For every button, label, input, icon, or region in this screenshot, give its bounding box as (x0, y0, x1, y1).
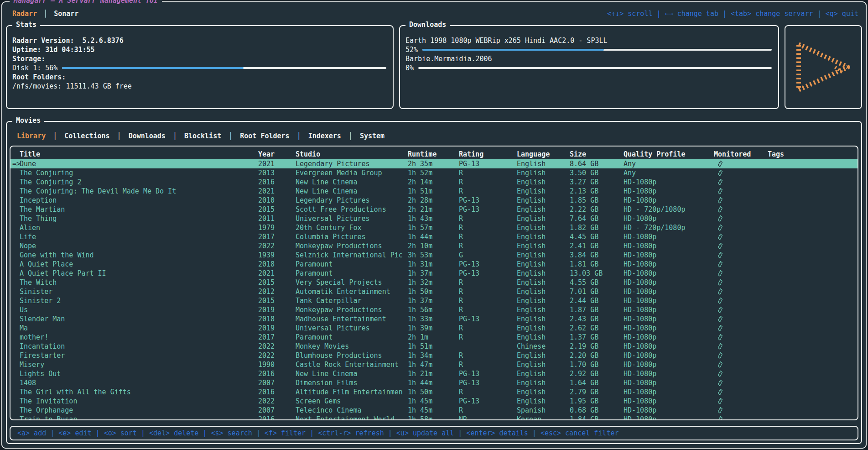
movie-title: Incantation (20, 342, 65, 351)
table-row[interactable]: Life 2017 Columbia Pictures 1h 44m R Eng… (10, 232, 858, 241)
movie-title: A Quiet Place (20, 260, 73, 268)
movie-quality-profile: HD - 720p/1080p (624, 223, 714, 232)
movie-year: 2016 (258, 415, 296, 420)
movie-year: 2019 (258, 305, 296, 314)
table-row[interactable]: The Girl with All the Gifts 2016 Altitud… (10, 387, 858, 397)
table-row[interactable]: Train to Busan 2016 Next Entertainment W… (10, 415, 858, 420)
movie-title: mother! (20, 333, 48, 341)
movie-tags (768, 269, 858, 278)
movie-size: 1.85 GB (570, 196, 624, 205)
app-window: Managarr – A Servarr management TUI Rada… (1, 1, 867, 449)
tab-library[interactable]: Library (15, 132, 47, 140)
table-row[interactable]: Misery 1990 Castle Rock Entertainment 1h… (10, 360, 858, 369)
table-row[interactable]: Gone with the Wind 1939 Selznick Interna… (10, 251, 858, 260)
movie-runtime: 2h 1m (408, 333, 459, 342)
table-row[interactable]: The Conjuring 2 2016 New Line Cinema 2h … (10, 178, 858, 187)
tab-radarr[interactable]: Radarr (10, 10, 40, 18)
movie-year: 2021 (258, 187, 296, 196)
tab-separator: │ (43, 10, 47, 18)
movie-tags (768, 305, 858, 314)
download-item-progress-line: 0% (405, 63, 773, 73)
tab-collections[interactable]: Collections (62, 132, 111, 140)
table-row[interactable]: Firestarter 2022 Blumhouse Productions 1… (10, 351, 858, 360)
monitored-cell (714, 342, 768, 351)
tab-separator: │ (173, 132, 177, 140)
monitored-cell (714, 324, 768, 333)
movie-rating (459, 342, 517, 351)
tag-icon (717, 352, 723, 359)
table-row[interactable]: The Orphanage 2007 Telecinco Cinema 1h 4… (10, 406, 858, 415)
tag-icon (717, 261, 723, 268)
movie-quality-profile: HD-1080p (624, 397, 714, 406)
movie-language: English (517, 305, 570, 314)
table-row[interactable]: The Martian 2015 Scott Free Productions … (10, 205, 858, 214)
tab-sonarr[interactable]: Sonarr (51, 10, 81, 18)
movie-size: 2.41 GB (570, 241, 624, 251)
movie-tags (768, 287, 858, 296)
movie-runtime: 1h 51m (408, 187, 459, 196)
movie-rating: R (459, 287, 517, 296)
movie-year: 2018 (258, 314, 296, 324)
movie-rating: R (459, 187, 517, 196)
table-row[interactable]: Nope 2022 Monkeypaw Productions 2h 10m R… (10, 241, 858, 251)
table-row[interactable]: Ma 2019 Universal Pictures 1h 39m R Engl… (10, 324, 858, 333)
movie-size: 2.92 GB (570, 369, 624, 378)
tag-icon (717, 224, 723, 231)
monitored-cell (714, 214, 768, 223)
movie-year: 2015 (258, 296, 296, 305)
stats-panel: Stats Radarr Version: 5.2.6.8376 Uptime:… (6, 25, 394, 109)
top-panels-row: Stats Radarr Version: 5.2.6.8376 Uptime:… (6, 25, 862, 109)
movie-runtime: 1h 50m (408, 287, 459, 296)
table-row[interactable]: =>Dune 2021 Legendary Pictures 2h 35m PG… (10, 159, 858, 168)
monitored-cell (714, 187, 768, 196)
tab-system[interactable]: System (358, 132, 386, 140)
movie-studio: Columbia Pictures (296, 232, 408, 241)
movie-runtime: 1h 44m (408, 232, 459, 241)
movie-title: Nope (20, 242, 36, 250)
table-row[interactable]: The Conjuring: The Devil Made Me Do It 2… (10, 187, 858, 196)
movie-year: 2022 (258, 241, 296, 251)
table-row[interactable]: Inception 2010 Legendary Pictures 2h 28m… (10, 196, 858, 205)
table-row[interactable]: A Quiet Place Part II 2021 Paramount 1h … (10, 269, 858, 278)
disk-usage-label: Disk 1: 56% (12, 64, 57, 72)
table-row[interactable]: Sinister 2 2015 Tank Caterpillar 1h 37m … (10, 296, 858, 305)
tab-downloads[interactable]: Downloads (127, 132, 167, 140)
movie-language: English (517, 296, 570, 305)
tab-blocklist[interactable]: Blocklist (182, 132, 223, 140)
movie-quality-profile: HD-1080p (624, 178, 714, 187)
movie-quality-profile: HD-1080p (624, 415, 714, 420)
table-row[interactable]: The Invitation 2022 Screen Gems 1h 45m P… (10, 397, 858, 406)
table-row[interactable]: mother! 2017 Paramount 2h 1m R English 1… (10, 333, 858, 342)
uptime-line: Uptime: 31d 04:31:55 (12, 45, 387, 54)
movie-year: 2017 (258, 232, 296, 241)
table-row[interactable]: The Thing 2011 Universal Pictures 1h 43m… (10, 214, 858, 223)
column-header-rating: Rating (459, 150, 517, 158)
download-item-progress-line: 52% (405, 45, 773, 54)
tab-root-folders[interactable]: Root Folders (238, 132, 291, 140)
tab-separator: │ (53, 132, 57, 140)
table-row[interactable]: Alien 1979 20th Century Fox 1h 57m R Eng… (10, 223, 858, 232)
column-header-tags: Tags (768, 150, 858, 158)
movie-tags (768, 333, 858, 342)
table-row[interactable]: A Quiet Place 2018 Paramount 1h 31m PG-1… (10, 260, 858, 269)
bottom-help-bar: <a> add | <e> edit | <o> sort | <del> de… (10, 426, 858, 440)
movie-quality-profile: HD-1080p (624, 314, 714, 324)
movie-studio: Monkey Movies (296, 342, 408, 351)
table-row[interactable]: Us 2019 Monkeypaw Productions 1h 56m R E… (10, 305, 858, 314)
movie-size: 2.20 GB (570, 351, 624, 360)
movie-language: English (517, 351, 570, 360)
table-row[interactable]: Incantation 2022 Monkey Movies 1h 51m Ch… (10, 342, 858, 351)
movie-year: 2016 (258, 369, 296, 378)
table-row[interactable]: Slender Man 2018 Madhouse Entertainment … (10, 314, 858, 324)
column-header-studio: Studio (296, 150, 408, 158)
movie-studio: Paramount (296, 333, 408, 342)
table-row[interactable]: The Conjuring 2013 Evergreen Media Group… (10, 168, 858, 178)
monitored-cell (714, 305, 768, 314)
table-row[interactable]: Sinister 2012 Automatik Entertainment 1h… (10, 287, 858, 296)
table-row[interactable]: Lights Out 2016 New Line Cinema 1h 21m P… (10, 369, 858, 378)
movie-tags (768, 159, 858, 168)
monitored-cell (714, 369, 768, 378)
table-row[interactable]: The Witch 2015 Very Special Projects 1h … (10, 278, 858, 287)
table-row[interactable]: 1408 2007 Dimension Films 1h 44m PG-13 E… (10, 378, 858, 387)
tab-indexers[interactable]: Indexers (307, 132, 343, 140)
